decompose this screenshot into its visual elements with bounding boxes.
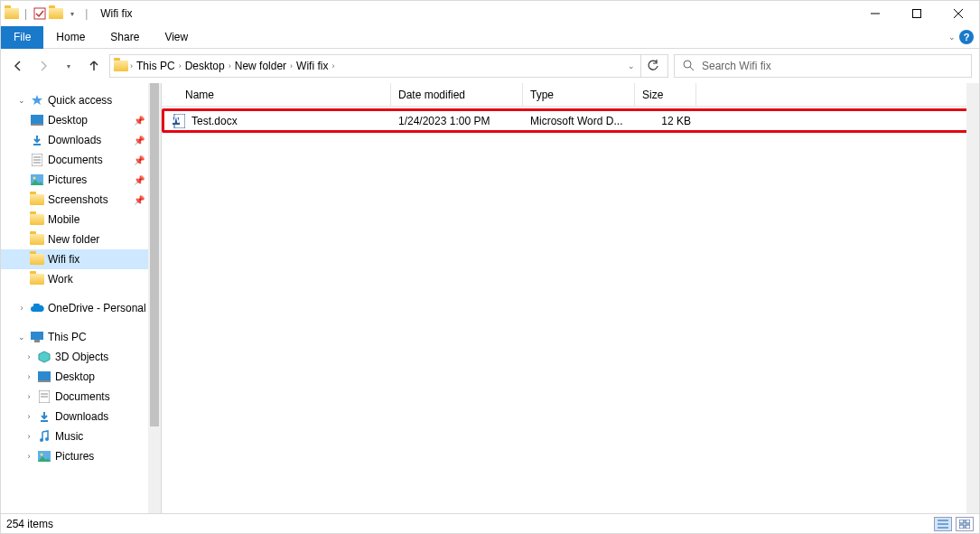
chevron-down-icon[interactable]: ⌄ <box>628 61 635 70</box>
breadcrumb-desktop[interactable]: Desktop <box>183 60 227 72</box>
tree-desktop[interactable]: Desktop 📌 <box>1 110 161 130</box>
file-tab[interactable]: File <box>1 26 43 49</box>
window-title: Wifi fix <box>100 7 132 20</box>
title-bar: | ▾ | Wifi fix <box>1 1 979 26</box>
folder-icon <box>30 272 44 286</box>
chevron-right-icon[interactable]: › <box>229 61 231 70</box>
status-bar: 254 items <box>1 513 979 533</box>
tree-wifi-fix[interactable]: Wifi fix <box>1 249 161 269</box>
column-headers: Name Date modified Type Size <box>162 83 979 107</box>
pin-icon: 📌 <box>134 116 145 126</box>
chevron-down-icon[interactable]: ⌄ <box>948 33 956 42</box>
chevron-down-icon[interactable]: ▾ <box>65 6 79 21</box>
expand-icon[interactable]: › <box>24 392 33 401</box>
tree-screenshots[interactable]: Screenshots 📌 <box>1 190 161 210</box>
help-icon[interactable]: ? <box>959 30 974 44</box>
properties-icon[interactable] <box>33 6 47 21</box>
collapse-icon[interactable]: ⌄ <box>17 333 26 342</box>
file-row[interactable]: W Test.docx 1/24/2023 1:00 PM Microsoft … <box>164 111 973 130</box>
column-date[interactable]: Date modified <box>391 83 523 106</box>
documents-icon <box>37 389 51 404</box>
chevron-right-icon[interactable]: › <box>130 61 133 70</box>
back-button[interactable] <box>8 56 28 76</box>
tree-downloads-pc[interactable]: › Downloads <box>1 407 161 426</box>
svg-rect-2 <box>913 10 921 18</box>
tree-new-folder[interactable]: New folder <box>1 230 161 249</box>
pin-icon: 📌 <box>134 175 145 185</box>
expand-icon[interactable]: › <box>24 452 33 461</box>
expand-icon[interactable]: › <box>24 432 33 441</box>
svg-rect-37 <box>966 525 970 529</box>
tree-desktop-pc[interactable]: › Desktop <box>1 367 161 387</box>
maximize-button[interactable] <box>896 1 938 26</box>
tab-share[interactable]: Share <box>98 26 152 49</box>
tree-onedrive[interactable]: › OneDrive - Personal <box>1 298 161 318</box>
forward-button[interactable] <box>33 56 53 76</box>
collapse-icon[interactable]: ⌄ <box>17 96 26 105</box>
desktop-icon <box>37 370 51 384</box>
address-bar[interactable]: › This PC › Desktop › New folder › Wifi … <box>109 54 668 78</box>
tree-label: Documents <box>55 390 110 403</box>
tree-mobile[interactable]: Mobile <box>1 210 161 230</box>
folder-icon <box>30 232 44 247</box>
tree-downloads[interactable]: Downloads 📌 <box>1 130 161 150</box>
tree-label: Downloads <box>55 410 108 423</box>
expand-icon[interactable]: › <box>24 352 33 361</box>
recent-locations-button[interactable]: ▾ <box>59 56 79 76</box>
tab-view[interactable]: View <box>152 26 201 49</box>
details-view-button[interactable] <box>934 517 952 531</box>
folder-icon <box>114 59 128 73</box>
tree-3d-objects[interactable]: › 3D Objects <box>1 347 161 367</box>
scrollbar[interactable] <box>966 83 979 513</box>
search-placeholder: Search Wifi fix <box>702 60 771 72</box>
navigation-pane: ⌄ Quick access Desktop 📌 Downloads 📌 Doc… <box>1 83 162 513</box>
scrollbar[interactable] <box>148 83 161 513</box>
tree-label: Screenshots <box>48 193 108 206</box>
pin-icon: 📌 <box>134 136 145 145</box>
tree-label: Desktop <box>55 370 95 383</box>
tree-label: OneDrive - Personal <box>48 302 146 314</box>
up-button[interactable] <box>84 56 104 76</box>
star-icon <box>30 93 44 108</box>
tree-label: 3D Objects <box>55 351 108 363</box>
breadcrumb-wifi-fix[interactable]: Wifi fix <box>294 60 330 72</box>
tree-pictures[interactable]: Pictures 📌 <box>1 170 161 190</box>
chevron-right-icon[interactable]: › <box>290 61 293 70</box>
tree-quick-access[interactable]: ⌄ Quick access <box>1 90 161 110</box>
tree-music[interactable]: › Music <box>1 426 161 446</box>
file-name: Test.docx <box>191 115 238 127</box>
breadcrumb-this-pc[interactable]: This PC <box>135 60 177 72</box>
word-document-icon: W <box>172 114 186 128</box>
thumbnails-view-button[interactable] <box>956 517 974 531</box>
chevron-right-icon[interactable]: › <box>179 61 182 70</box>
svg-point-5 <box>684 61 691 68</box>
expand-icon[interactable]: › <box>24 412 33 421</box>
chevron-right-icon[interactable]: › <box>331 61 334 70</box>
tree-this-pc[interactable]: ⌄ This PC <box>1 327 161 347</box>
tree-label: Desktop <box>48 114 88 126</box>
tab-home[interactable]: Home <box>43 26 98 49</box>
search-input[interactable]: Search Wifi fix <box>674 54 972 78</box>
column-name[interactable]: Name <box>162 83 391 106</box>
refresh-button[interactable] <box>640 55 664 77</box>
minimize-button[interactable] <box>854 1 896 26</box>
column-type[interactable]: Type <box>523 83 635 106</box>
expand-icon[interactable]: › <box>17 304 26 313</box>
svg-point-15 <box>33 177 36 180</box>
tree-documents[interactable]: Documents 📌 <box>1 150 161 170</box>
tree-label: New folder <box>48 233 99 246</box>
tree-work[interactable]: Work <box>1 269 161 289</box>
breadcrumb-new-folder[interactable]: New folder <box>233 60 288 72</box>
cloud-icon <box>30 301 44 315</box>
close-button[interactable] <box>938 1 979 26</box>
tree-label: Pictures <box>48 173 87 186</box>
svg-rect-35 <box>966 520 970 523</box>
column-size[interactable]: Size <box>635 83 696 106</box>
tree-documents-pc[interactable]: › Documents <box>1 387 161 407</box>
tree-label: Quick access <box>48 94 112 107</box>
folder-icon <box>49 6 63 21</box>
tree-pictures-pc[interactable]: › Pictures <box>1 446 161 466</box>
expand-icon[interactable]: › <box>24 372 33 381</box>
tree-label: Downloads <box>48 134 101 146</box>
svg-text:W: W <box>173 114 182 126</box>
